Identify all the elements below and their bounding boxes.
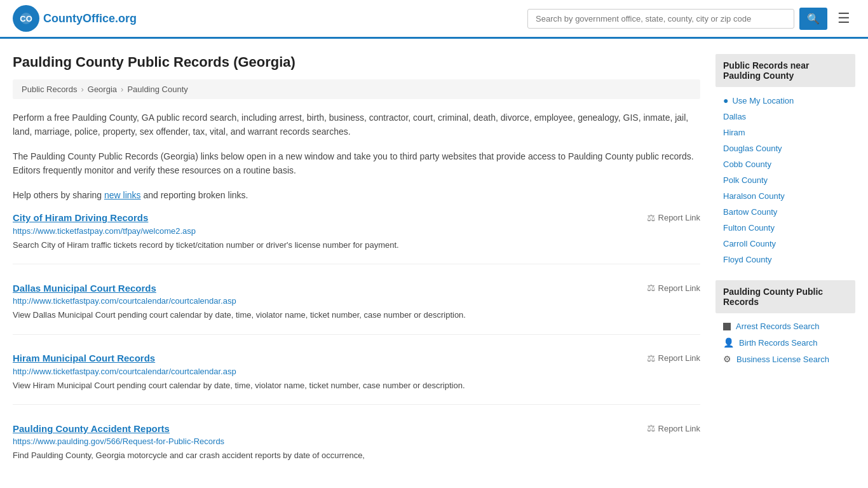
record-url[interactable]: http://www.ticketfastpay.com/courtcalend… (13, 367, 700, 376)
record-header: Hiram Municipal Court Records ⚖ Report L… (13, 353, 700, 364)
report-label: Report Link (658, 424, 700, 433)
logo-suffix: .org (115, 12, 137, 25)
nearby-link-item: Carroll County (715, 236, 855, 252)
nearby-link[interactable]: Floyd County (723, 255, 772, 264)
search-button[interactable]: 🔍 (799, 8, 827, 30)
hamburger-icon: ☰ (837, 10, 850, 26)
record-header: Dallas Municipal Court Records ⚖ Report … (13, 282, 700, 294)
report-link-button[interactable]: ⚖ Report Link (647, 212, 700, 224)
page-title: Paulding County Public Records (Georgia) (13, 54, 700, 71)
record-desc: View Hiram Municipal Court pending court… (13, 379, 700, 392)
public-records-link[interactable]: Business License Search (736, 355, 829, 364)
nearby-link[interactable]: Cobb County (723, 159, 771, 169)
nearby-link[interactable]: Haralson County (723, 191, 785, 201)
search-icon: 🔍 (807, 13, 820, 24)
nearby-link-item: Hiram (715, 125, 855, 140)
public-records-item: Arrest Records Search (715, 318, 855, 334)
record-url[interactable]: http://www.ticketfastpay.com/courtcalend… (13, 296, 700, 306)
breadcrumb-public-records[interactable]: Public Records (22, 85, 77, 94)
breadcrumb: Public Records › Georgia › Paulding Coun… (13, 79, 700, 99)
nearby-links: DallasHiramDouglas CountyCobb CountyPolk… (715, 109, 855, 268)
main-layout: Paulding County Public Records (Georgia)… (0, 39, 868, 488)
logo-icon: CO (13, 5, 39, 32)
report-icon: ⚖ (647, 282, 655, 294)
breadcrumb-sep-1: › (81, 85, 83, 94)
nearby-section-title: Public Records near Paulding County (715, 54, 855, 87)
record-header: City of Hiram Driving Records ⚖ Report L… (13, 212, 700, 224)
report-icon: ⚖ (647, 212, 655, 224)
report-label: Report Link (658, 353, 700, 363)
nearby-section: Public Records near Paulding County ● Us… (715, 54, 855, 268)
record-title[interactable]: Paulding County Accident Reports (13, 423, 170, 434)
report-label: Report Link (658, 283, 700, 293)
sidebar: Public Records near Paulding County ● Us… (715, 54, 855, 488)
record-item: City of Hiram Driving Records ⚖ Report L… (13, 212, 700, 265)
record-item: Hiram Municipal Court Records ⚖ Report L… (13, 353, 700, 405)
location-icon: ● (723, 95, 728, 105)
gear-icon: ⚙ (723, 354, 731, 364)
description-1: Perform a free Paulding County, GA publi… (13, 111, 700, 139)
nearby-link-item: Haralson County (715, 188, 855, 204)
record-title[interactable]: Dallas Municipal Court Records (13, 283, 156, 294)
desc3-pre: Help others by sharing (13, 190, 104, 200)
nearby-link[interactable]: Bartow County (723, 207, 777, 217)
report-icon: ⚖ (647, 423, 655, 434)
nearby-link[interactable]: Dallas (723, 112, 746, 121)
nearby-link-item: Fulton County (715, 220, 855, 236)
nearby-link-item: Floyd County (715, 252, 855, 268)
public-records-item: 👤Birth Records Search (715, 334, 855, 351)
report-link-button[interactable]: ⚖ Report Link (647, 282, 700, 294)
record-desc: View Dallas Municipal Court pending cour… (13, 309, 700, 322)
square-icon (723, 323, 731, 330)
menu-button[interactable]: ☰ (832, 8, 855, 29)
nearby-link[interactable]: Fulton County (723, 223, 775, 233)
public-records-link[interactable]: Birth Records Search (739, 338, 818, 348)
breadcrumb-current: Paulding County (127, 85, 187, 94)
use-my-location-item[interactable]: ● Use My Location (715, 92, 855, 109)
record-url[interactable]: https://www.paulding.gov/566/Request-for… (13, 437, 700, 446)
record-title[interactable]: City of Hiram Driving Records (13, 212, 148, 223)
record-item: Dallas Municipal Court Records ⚖ Report … (13, 282, 700, 335)
nearby-link[interactable]: Hiram (723, 128, 745, 137)
public-records-links: Arrest Records Search👤Birth Records Sear… (715, 318, 855, 367)
description-2: The Paulding County Public Records (Geor… (13, 149, 700, 178)
report-label: Report Link (658, 213, 700, 222)
breadcrumb-georgia[interactable]: Georgia (88, 85, 117, 94)
public-records-section-title: Paulding County Public Records (715, 280, 855, 313)
record-item: Paulding County Accident Reports ⚖ Repor… (13, 423, 700, 475)
report-icon: ⚖ (647, 353, 655, 364)
record-desc: Find Paulding County, Georgia motorcycle… (13, 449, 700, 462)
nearby-link[interactable]: Carroll County (723, 239, 776, 248)
logo-text: CountyOffice.org (43, 12, 137, 25)
header: CO CountyOffice.org 🔍 ☰ (0, 0, 868, 39)
search-input[interactable] (527, 9, 794, 29)
record-url[interactable]: https://www.ticketfastpay.com/tfpay/welc… (13, 226, 700, 236)
use-my-location-link[interactable]: Use My Location (732, 96, 794, 105)
record-desc: Search City of Hiram traffic tickets rec… (13, 239, 700, 252)
svg-text:CO: CO (20, 14, 32, 24)
description-3: Help others by sharing new links and rep… (13, 188, 700, 202)
records-list: City of Hiram Driving Records ⚖ Report L… (13, 212, 700, 475)
public-records-link[interactable]: Arrest Records Search (736, 322, 820, 331)
new-links-link[interactable]: new links (104, 190, 141, 200)
public-records-item: ⚙Business License Search (715, 351, 855, 367)
desc3-post: and reporting broken links. (141, 190, 248, 200)
person-icon: 👤 (723, 337, 734, 348)
report-link-button[interactable]: ⚖ Report Link (647, 423, 700, 434)
nearby-link-item: Bartow County (715, 204, 855, 220)
nearby-link[interactable]: Douglas County (723, 144, 782, 153)
record-header: Paulding County Accident Reports ⚖ Repor… (13, 423, 700, 434)
breadcrumb-sep-2: › (121, 85, 123, 94)
nearby-link-item: Cobb County (715, 156, 855, 172)
nearby-link-item: Douglas County (715, 140, 855, 156)
nearby-link[interactable]: Polk County (723, 175, 768, 185)
report-link-button[interactable]: ⚖ Report Link (647, 353, 700, 364)
search-area: 🔍 ☰ (527, 8, 855, 30)
logo-area: CO CountyOffice.org (13, 5, 137, 32)
nearby-link-item: Polk County (715, 172, 855, 188)
nearby-link-item: Dallas (715, 109, 855, 125)
public-records-section: Paulding County Public Records Arrest Re… (715, 280, 855, 367)
content-area: Paulding County Public Records (Georgia)… (13, 54, 700, 488)
record-title[interactable]: Hiram Municipal Court Records (13, 353, 155, 363)
logo-brand: CountyOffice (43, 12, 115, 25)
